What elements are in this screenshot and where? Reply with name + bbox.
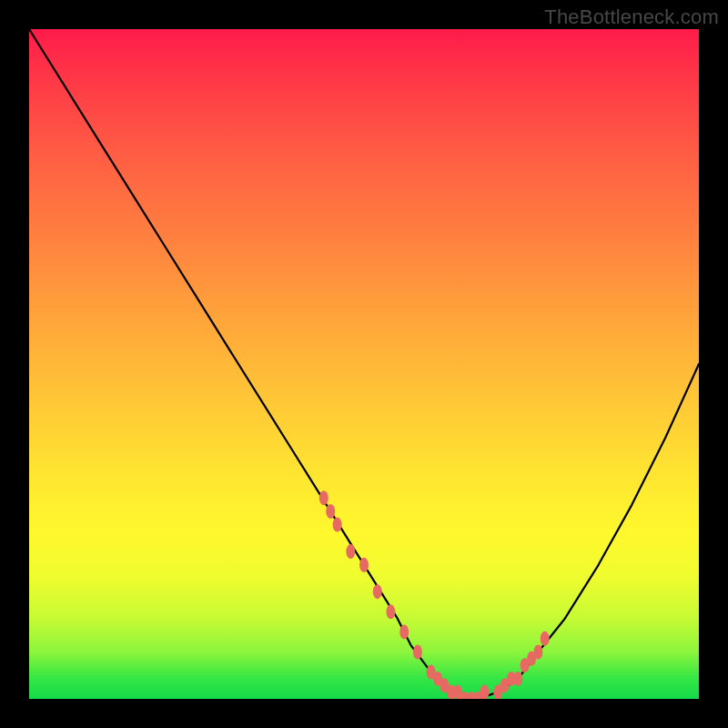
highlight-dot bbox=[480, 685, 490, 699]
highlight-dot bbox=[413, 645, 422, 660]
bottleneck-curve bbox=[29, 29, 699, 699]
highlight-dot bbox=[386, 604, 395, 619]
highlight-dot bbox=[333, 518, 342, 532]
highlight-dot bbox=[373, 584, 382, 599]
highlight-dot bbox=[319, 490, 329, 505]
highlight-dot bbox=[541, 632, 550, 646]
highlight-dot bbox=[533, 645, 542, 660]
chart-frame: TheBottleneck.com bbox=[0, 0, 728, 728]
watermark-label: TheBottleneck.com bbox=[544, 5, 719, 29]
highlight-dot bbox=[513, 672, 522, 686]
plot-area bbox=[29, 29, 699, 699]
curve-svg bbox=[29, 29, 699, 699]
highlight-dot bbox=[326, 504, 335, 519]
highlight-dots bbox=[319, 490, 550, 699]
highlight-dot bbox=[399, 624, 409, 639]
highlight-dot bbox=[359, 558, 369, 572]
highlight-dot bbox=[346, 544, 355, 559]
